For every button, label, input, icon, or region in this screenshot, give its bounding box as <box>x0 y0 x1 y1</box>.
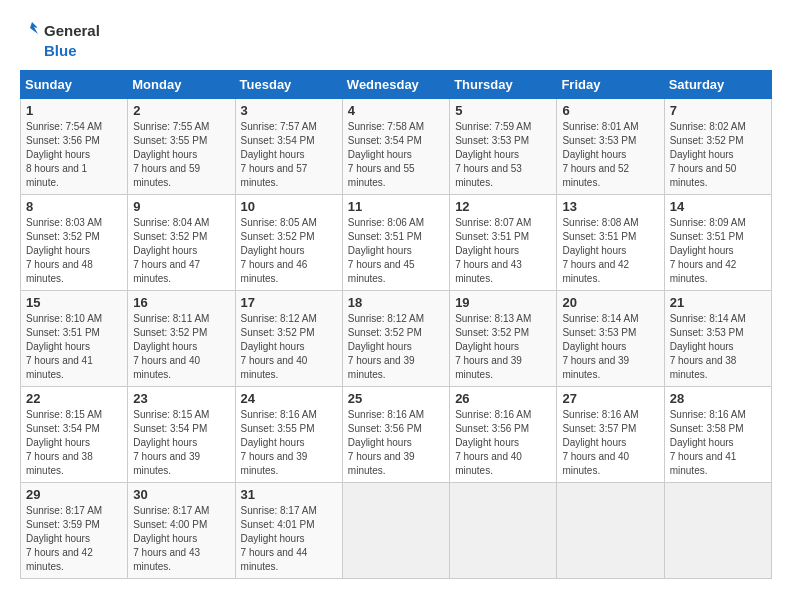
calendar-cell: 13Sunrise: 8:08 AMSunset: 3:51 PMDayligh… <box>557 195 664 291</box>
day-detail: Sunrise: 8:10 AMSunset: 3:51 PMDaylight … <box>26 312 122 382</box>
calendar-cell: 24Sunrise: 8:16 AMSunset: 3:55 PMDayligh… <box>235 387 342 483</box>
day-number: 23 <box>133 391 229 406</box>
calendar-cell <box>342 483 449 579</box>
day-detail: Sunrise: 7:54 AMSunset: 3:56 PMDaylight … <box>26 120 122 190</box>
day-number: 26 <box>455 391 551 406</box>
day-number: 18 <box>348 295 444 310</box>
day-number: 20 <box>562 295 658 310</box>
day-detail: Sunrise: 8:04 AMSunset: 3:52 PMDaylight … <box>133 216 229 286</box>
calendar-cell: 14Sunrise: 8:09 AMSunset: 3:51 PMDayligh… <box>664 195 771 291</box>
day-detail: Sunrise: 8:12 AMSunset: 3:52 PMDaylight … <box>241 312 337 382</box>
day-number: 30 <box>133 487 229 502</box>
header-row: SundayMondayTuesdayWednesdayThursdayFrid… <box>21 71 772 99</box>
day-detail: Sunrise: 8:02 AMSunset: 3:52 PMDaylight … <box>670 120 766 190</box>
day-number: 5 <box>455 103 551 118</box>
day-of-week-header: Saturday <box>664 71 771 99</box>
day-detail: Sunrise: 8:03 AMSunset: 3:52 PMDaylight … <box>26 216 122 286</box>
day-detail: Sunrise: 8:16 AMSunset: 3:56 PMDaylight … <box>348 408 444 478</box>
calendar-cell <box>557 483 664 579</box>
calendar-cell: 20Sunrise: 8:14 AMSunset: 3:53 PMDayligh… <box>557 291 664 387</box>
calendar-cell: 2Sunrise: 7:55 AMSunset: 3:55 PMDaylight… <box>128 99 235 195</box>
day-detail: Sunrise: 8:08 AMSunset: 3:51 PMDaylight … <box>562 216 658 286</box>
day-of-week-header: Wednesday <box>342 71 449 99</box>
day-detail: Sunrise: 7:55 AMSunset: 3:55 PMDaylight … <box>133 120 229 190</box>
calendar-cell: 25Sunrise: 8:16 AMSunset: 3:56 PMDayligh… <box>342 387 449 483</box>
day-detail: Sunrise: 7:59 AMSunset: 3:53 PMDaylight … <box>455 120 551 190</box>
calendar-cell: 30Sunrise: 8:17 AMSunset: 4:00 PMDayligh… <box>128 483 235 579</box>
day-detail: Sunrise: 8:09 AMSunset: 3:51 PMDaylight … <box>670 216 766 286</box>
day-number: 21 <box>670 295 766 310</box>
day-of-week-header: Tuesday <box>235 71 342 99</box>
svg-marker-0 <box>30 22 38 34</box>
day-detail: Sunrise: 7:57 AMSunset: 3:54 PMDaylight … <box>241 120 337 190</box>
day-detail: Sunrise: 8:14 AMSunset: 3:53 PMDaylight … <box>562 312 658 382</box>
calendar-table: SundayMondayTuesdayWednesdayThursdayFrid… <box>20 70 772 579</box>
calendar-week-row: 8Sunrise: 8:03 AMSunset: 3:52 PMDaylight… <box>21 195 772 291</box>
calendar-cell: 4Sunrise: 7:58 AMSunset: 3:54 PMDaylight… <box>342 99 449 195</box>
calendar-cell: 28Sunrise: 8:16 AMSunset: 3:58 PMDayligh… <box>664 387 771 483</box>
calendar-cell: 1Sunrise: 7:54 AMSunset: 3:56 PMDaylight… <box>21 99 128 195</box>
page-header: General Blue <box>20 20 772 60</box>
calendar-week-row: 15Sunrise: 8:10 AMSunset: 3:51 PMDayligh… <box>21 291 772 387</box>
day-detail: Sunrise: 8:17 AMSunset: 4:00 PMDaylight … <box>133 504 229 574</box>
calendar-cell: 29Sunrise: 8:17 AMSunset: 3:59 PMDayligh… <box>21 483 128 579</box>
logo-bird-icon <box>20 20 42 42</box>
day-detail: Sunrise: 7:58 AMSunset: 3:54 PMDaylight … <box>348 120 444 190</box>
calendar-week-row: 1Sunrise: 7:54 AMSunset: 3:56 PMDaylight… <box>21 99 772 195</box>
day-number: 7 <box>670 103 766 118</box>
calendar-cell: 21Sunrise: 8:14 AMSunset: 3:53 PMDayligh… <box>664 291 771 387</box>
calendar-cell: 10Sunrise: 8:05 AMSunset: 3:52 PMDayligh… <box>235 195 342 291</box>
day-number: 12 <box>455 199 551 214</box>
day-detail: Sunrise: 8:01 AMSunset: 3:53 PMDaylight … <box>562 120 658 190</box>
day-number: 8 <box>26 199 122 214</box>
day-number: 11 <box>348 199 444 214</box>
day-detail: Sunrise: 8:06 AMSunset: 3:51 PMDaylight … <box>348 216 444 286</box>
day-number: 13 <box>562 199 658 214</box>
day-number: 9 <box>133 199 229 214</box>
calendar-cell: 22Sunrise: 8:15 AMSunset: 3:54 PMDayligh… <box>21 387 128 483</box>
calendar-cell: 19Sunrise: 8:13 AMSunset: 3:52 PMDayligh… <box>450 291 557 387</box>
day-number: 3 <box>241 103 337 118</box>
day-detail: Sunrise: 8:16 AMSunset: 3:57 PMDaylight … <box>562 408 658 478</box>
calendar-cell: 23Sunrise: 8:15 AMSunset: 3:54 PMDayligh… <box>128 387 235 483</box>
calendar-cell: 31Sunrise: 8:17 AMSunset: 4:01 PMDayligh… <box>235 483 342 579</box>
day-detail: Sunrise: 8:11 AMSunset: 3:52 PMDaylight … <box>133 312 229 382</box>
logo-blue-text: Blue <box>44 42 77 60</box>
day-detail: Sunrise: 8:17 AMSunset: 4:01 PMDaylight … <box>241 504 337 574</box>
logo-general-text: General <box>44 22 100 40</box>
day-detail: Sunrise: 8:07 AMSunset: 3:51 PMDaylight … <box>455 216 551 286</box>
calendar-week-row: 29Sunrise: 8:17 AMSunset: 3:59 PMDayligh… <box>21 483 772 579</box>
day-number: 25 <box>348 391 444 406</box>
calendar-cell: 16Sunrise: 8:11 AMSunset: 3:52 PMDayligh… <box>128 291 235 387</box>
day-detail: Sunrise: 8:05 AMSunset: 3:52 PMDaylight … <box>241 216 337 286</box>
calendar-cell: 12Sunrise: 8:07 AMSunset: 3:51 PMDayligh… <box>450 195 557 291</box>
day-number: 10 <box>241 199 337 214</box>
day-detail: Sunrise: 8:14 AMSunset: 3:53 PMDaylight … <box>670 312 766 382</box>
day-number: 6 <box>562 103 658 118</box>
calendar-cell: 26Sunrise: 8:16 AMSunset: 3:56 PMDayligh… <box>450 387 557 483</box>
day-number: 1 <box>26 103 122 118</box>
calendar-cell: 6Sunrise: 8:01 AMSunset: 3:53 PMDaylight… <box>557 99 664 195</box>
day-of-week-header: Monday <box>128 71 235 99</box>
calendar-cell: 3Sunrise: 7:57 AMSunset: 3:54 PMDaylight… <box>235 99 342 195</box>
day-detail: Sunrise: 8:16 AMSunset: 3:55 PMDaylight … <box>241 408 337 478</box>
calendar-cell: 8Sunrise: 8:03 AMSunset: 3:52 PMDaylight… <box>21 195 128 291</box>
calendar-cell: 18Sunrise: 8:12 AMSunset: 3:52 PMDayligh… <box>342 291 449 387</box>
calendar-cell: 15Sunrise: 8:10 AMSunset: 3:51 PMDayligh… <box>21 291 128 387</box>
day-number: 15 <box>26 295 122 310</box>
day-number: 27 <box>562 391 658 406</box>
day-detail: Sunrise: 8:17 AMSunset: 3:59 PMDaylight … <box>26 504 122 574</box>
calendar-cell: 17Sunrise: 8:12 AMSunset: 3:52 PMDayligh… <box>235 291 342 387</box>
calendar-cell <box>450 483 557 579</box>
calendar-cell: 9Sunrise: 8:04 AMSunset: 3:52 PMDaylight… <box>128 195 235 291</box>
day-detail: Sunrise: 8:15 AMSunset: 3:54 PMDaylight … <box>26 408 122 478</box>
day-number: 4 <box>348 103 444 118</box>
day-number: 28 <box>670 391 766 406</box>
day-of-week-header: Thursday <box>450 71 557 99</box>
calendar-cell: 27Sunrise: 8:16 AMSunset: 3:57 PMDayligh… <box>557 387 664 483</box>
day-number: 29 <box>26 487 122 502</box>
day-number: 16 <box>133 295 229 310</box>
calendar-week-row: 22Sunrise: 8:15 AMSunset: 3:54 PMDayligh… <box>21 387 772 483</box>
day-number: 19 <box>455 295 551 310</box>
day-detail: Sunrise: 8:16 AMSunset: 3:58 PMDaylight … <box>670 408 766 478</box>
